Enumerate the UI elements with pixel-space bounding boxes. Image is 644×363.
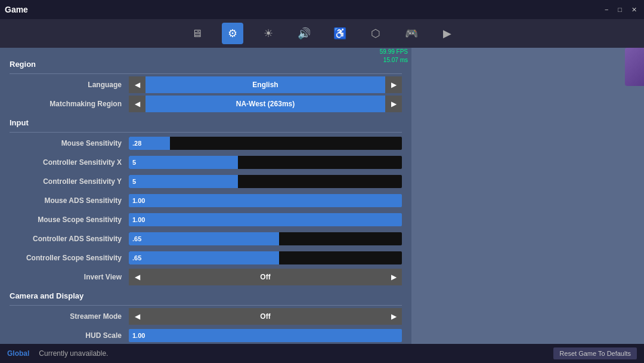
matchmaking-label: Matchmaking Region [10, 100, 129, 108]
controller-sensitivity-x-fill: 5 [129, 156, 238, 169]
controller-sensitivity-x-control: 5 [129, 156, 402, 169]
hud-scale-fill: 1.00 [129, 329, 402, 342]
controller-scope-sensitivity-label: Controller Scope Sensitivity [10, 254, 129, 262]
mouse-scope-sensitivity-row: Mouse Scope Sensitivity 1.00 [10, 211, 402, 228]
mouse-ads-sensitivity-value: 1.00 [132, 197, 145, 204]
language-value: English [145, 76, 385, 93]
mouse-ads-sensitivity-label: Mouse ADS Sensitivity [10, 196, 129, 205]
mouse-ads-sensitivity-fill: 1.00 [129, 194, 402, 207]
controller-sensitivity-x-row: Controller Sensitivity X 5 [10, 154, 402, 171]
window-title: Game [5, 5, 28, 14]
controller-sensitivity-y-fill: 5 [129, 175, 238, 188]
mouse-scope-sensitivity-fill: 1.00 [129, 213, 402, 226]
mouse-scope-sensitivity-slider[interactable]: 1.00 [129, 213, 402, 226]
streamer-mode-value: Off [145, 308, 385, 325]
streamer-mode-left-arrow[interactable]: ◀ [129, 308, 145, 325]
controller-sensitivity-y-control: 5 [129, 175, 402, 188]
fps-value: 59.99 FPS [380, 48, 408, 56]
network-nav-icon[interactable]: ⬡ [365, 23, 386, 44]
profile-avatar[interactable] [625, 48, 644, 86]
mouse-ads-sensitivity-track: 1.00 [129, 194, 402, 207]
hud-scale-control: 1.00 [129, 329, 402, 342]
input-section-header: Input [10, 118, 402, 128]
mouse-sensitivity-row: Mouse Sensitivity .28 [10, 135, 402, 152]
mouse-ads-sensitivity-row: Mouse ADS Sensitivity 1.00 [10, 192, 402, 209]
matchmaking-left-arrow[interactable]: ◀ [129, 96, 145, 112]
minimize-button[interactable]: − [602, 5, 611, 14]
mouse-scope-sensitivity-value: 1.00 [132, 216, 145, 223]
close-button[interactable]: ✕ [629, 5, 639, 15]
invert-view-left-arrow[interactable]: ◀ [129, 269, 145, 285]
mouse-scope-sensitivity-control: 1.00 [129, 213, 402, 226]
mouse-sensitivity-slider[interactable]: .28 [129, 137, 402, 150]
mouse-sensitivity-fill: .28 [129, 137, 170, 150]
language-row: Language ◀ English ▶ [10, 76, 402, 93]
brightness-nav-icon[interactable]: ☀ [258, 23, 279, 44]
invert-view-row: Invert View ◀ Off ▶ [10, 269, 402, 285]
controller-sensitivity-y-value: 5 [132, 178, 136, 185]
accessibility-nav-icon[interactable]: ♿ [329, 23, 351, 44]
streamer-mode-control: ◀ Off ▶ [129, 308, 402, 325]
settings-panel: Region Language ◀ English ▶ Matchmaking … [0, 48, 411, 344]
invert-view-control: ◀ Off ▶ [129, 269, 402, 285]
window-controls: − □ ✕ [602, 0, 639, 19]
controller-scope-sensitivity-slider[interactable]: .65 [129, 251, 402, 264]
streamer-mode-right-arrow[interactable]: ▶ [385, 308, 402, 325]
mouse-ads-sensitivity-control: 1.00 [129, 194, 402, 207]
invert-view-label: Invert View [10, 273, 129, 281]
mouse-sensitivity-label: Mouse Sensitivity [10, 139, 129, 147]
controller-ads-sensitivity-track: .65 [129, 232, 402, 245]
streamer-mode-row: Streamer Mode ◀ Off ▶ [10, 308, 402, 325]
status-text: Currently unavailable. [39, 349, 108, 358]
main-content: Region Language ◀ English ▶ Matchmaking … [0, 48, 644, 344]
fps-counter: 59.99 FPS 15.07 ms [380, 48, 408, 64]
controller-ads-sensitivity-slider[interactable]: .65 [129, 232, 402, 245]
hud-scale-label: HUD Scale [10, 331, 129, 340]
mouse-sensitivity-control: .28 [129, 137, 402, 150]
monitor-nav-icon[interactable]: 🖥 [186, 23, 208, 44]
matchmaking-row: Matchmaking Region ◀ NA-West (263ms) ▶ [10, 96, 402, 112]
language-control: ◀ English ▶ [129, 76, 402, 93]
language-label: Language [10, 81, 129, 89]
hud-scale-slider[interactable]: 1.00 [129, 329, 402, 342]
streamer-mode-toggle: ◀ Off ▶ [129, 308, 402, 325]
mouse-ads-sensitivity-slider[interactable]: 1.00 [129, 194, 402, 207]
title-bar: Game − □ ✕ [0, 0, 644, 19]
matchmaking-control: ◀ NA-West (263ms) ▶ [129, 96, 402, 112]
mouse-scope-sensitivity-label: Mouse Scope Sensitivity [10, 216, 129, 224]
video-nav-icon[interactable]: ▶ [436, 23, 458, 44]
audio-nav-icon[interactable]: 🔊 [293, 23, 315, 44]
controller-ads-sensitivity-fill: .65 [129, 232, 279, 245]
controller-sensitivity-y-track: 5 [129, 175, 402, 188]
controller-scope-sensitivity-value: .65 [132, 254, 141, 262]
settings-nav-icon[interactable]: ⚙ [222, 23, 243, 44]
bottom-bar: Global Currently unavailable. Reset Game… [0, 344, 644, 363]
maximize-button[interactable]: □ [615, 5, 624, 14]
hud-scale-track: 1.00 [129, 329, 402, 342]
controller-sensitivity-y-slider[interactable]: 5 [129, 175, 402, 188]
matchmaking-right-arrow[interactable]: ▶ [385, 96, 402, 112]
controller-sensitivity-y-row: Controller Sensitivity Y 5 [10, 173, 402, 190]
mouse-scope-sensitivity-track: 1.00 [129, 213, 402, 226]
region-section-header: Region [10, 60, 402, 70]
controller-ads-sensitivity-value: .65 [132, 235, 141, 242]
controller-scope-sensitivity-fill: .65 [129, 251, 279, 264]
controller-nav-icon[interactable]: 🎮 [401, 23, 422, 44]
hud-scale-row: HUD Scale 1.00 [10, 327, 402, 344]
language-left-arrow[interactable]: ◀ [129, 76, 145, 93]
controller-ads-sensitivity-control: .65 [129, 232, 402, 245]
invert-view-toggle: ◀ Off ▶ [129, 269, 402, 285]
invert-view-value: Off [145, 269, 385, 285]
reset-defaults-button[interactable]: Reset Game To Defaults [553, 347, 637, 359]
controller-scope-sensitivity-track: .65 [129, 251, 402, 264]
controller-sensitivity-x-track: 5 [129, 156, 402, 169]
language-right-arrow[interactable]: ▶ [385, 76, 402, 93]
controller-sensitivity-x-slider[interactable]: 5 [129, 156, 402, 169]
camera-section-header: Camera and Display [10, 291, 402, 302]
nav-bar: 🖥 ⚙ ☀ 🔊 ♿ ⬡ 🎮 ▶ [0, 19, 644, 48]
controller-sensitivity-x-value: 5 [132, 159, 136, 166]
mouse-sensitivity-track: .28 [129, 137, 402, 150]
invert-view-right-arrow[interactable]: ▶ [385, 269, 402, 285]
language-toggle: ◀ English ▶ [129, 76, 402, 93]
matchmaking-toggle: ◀ NA-West (263ms) ▶ [129, 96, 402, 112]
